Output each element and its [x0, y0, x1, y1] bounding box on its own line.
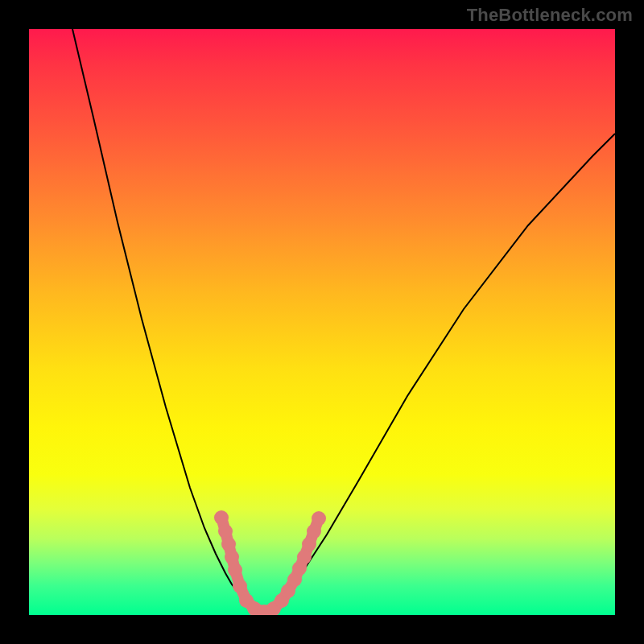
watermark-text: TheBottleneck.com — [467, 5, 633, 26]
marker-dot — [218, 524, 233, 539]
plot-area — [29, 29, 615, 615]
marker-dot — [233, 579, 247, 593]
marker-dot — [225, 550, 239, 564]
marker-dot — [214, 510, 229, 525]
curves-svg — [29, 29, 615, 615]
chart-frame: TheBottleneck.com — [0, 0, 644, 644]
marker-dot — [307, 524, 321, 539]
marker-dot — [302, 537, 316, 551]
marker-dot — [228, 563, 242, 577]
marker-dot — [221, 537, 236, 551]
left-curve — [72, 29, 262, 613]
marker-dot — [312, 511, 326, 526]
marker-dot — [297, 550, 312, 564]
